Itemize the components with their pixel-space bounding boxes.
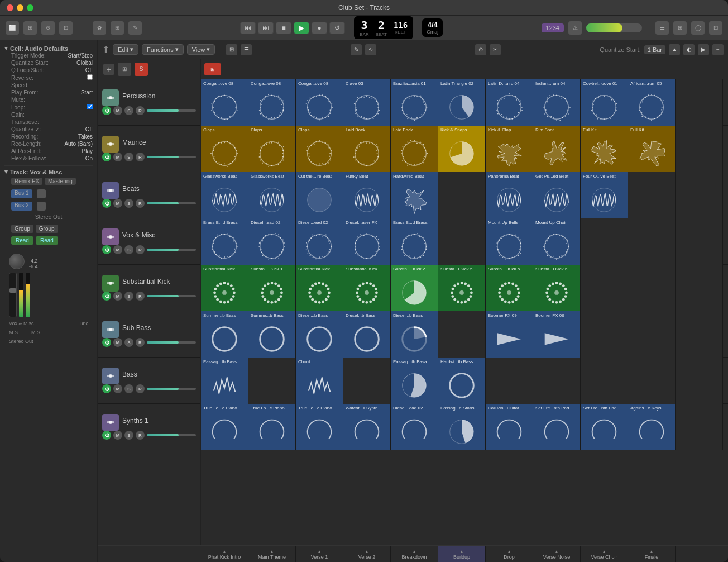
copy-btn[interactable]: ⊞ (118, 63, 131, 76)
clip-cell-sub-bass-8[interactable] (581, 311, 628, 358)
qloop-value[interactable]: Off (85, 67, 93, 73)
track-header-bass[interactable]: Bass ⏻ M S R (98, 358, 200, 404)
clip-cell-sub-bass-1[interactable]: Summe...b Bass (248, 311, 296, 358)
clip-cell-vox-misc-10[interactable] (676, 218, 723, 265)
clip-cell-sub-bass-6[interactable]: Boomer FX 09 (486, 311, 533, 358)
record-btn-sub-bass[interactable]: R (136, 338, 145, 347)
track-header-synths-1[interactable]: Synths 1 ⏻ M S R (98, 404, 200, 450)
scene-label-9[interactable]: ▲ Finale (628, 546, 676, 562)
record-btn-substantial-kick[interactable]: R (136, 292, 145, 301)
solo-btn-sub-bass[interactable]: S (124, 338, 133, 347)
reverse-checkbox[interactable] (87, 74, 93, 80)
clip-cell-substantial-kick-8[interactable] (581, 265, 628, 311)
clip-cell-vox-misc-2[interactable]: Diesel...ead 02 (296, 218, 343, 265)
clip-cell-percussion-10[interactable] (676, 79, 723, 126)
waveform-icon[interactable]: ∿ (365, 44, 376, 55)
share-btn[interactable]: ⊡ (709, 21, 722, 35)
functions-btn[interactable]: Functions ▾ (142, 44, 184, 55)
toolbar-icon-4[interactable]: ⊡ (59, 21, 73, 35)
clip-cell-vox-misc-4[interactable]: Brass B...d Brass (391, 218, 438, 265)
toolbar-icon-3[interactable]: ⊙ (41, 21, 55, 35)
clip-cell-vox-misc-1[interactable]: Diesel...ead 02 (248, 218, 296, 265)
bus2-btn[interactable]: Bus 2 (11, 202, 32, 211)
power-btn-maurice[interactable]: ⏻ (102, 153, 111, 161)
track-header-beats[interactable]: Beats ⏻ M S R (98, 172, 200, 218)
clip-cell-sub-bass-3[interactable]: Diesel...b Bass (343, 311, 391, 358)
solo-btn-maurice[interactable]: S (124, 153, 133, 161)
power-btn-percussion[interactable]: ⏻ (102, 106, 111, 115)
solo-btn-percussion[interactable]: S (124, 106, 133, 115)
group-btn2[interactable]: Group (36, 225, 58, 233)
clip-cell-substantial-kick-3[interactable]: Substantial Kick (343, 265, 391, 311)
clip-cell-beats-0[interactable]: Glassworks Beat (201, 172, 248, 218)
toolbar-icon-7[interactable]: ✎ (128, 21, 142, 35)
rec-length-value[interactable]: Auto (Bars) (64, 141, 93, 147)
volume-slider[interactable] (586, 23, 642, 32)
clip-cell-maurice-4[interactable]: Laid Back (391, 126, 438, 172)
clip-cell-sub-bass-9[interactable] (628, 311, 676, 358)
record-btn-bass[interactable]: R (136, 384, 145, 393)
search-btn[interactable]: ◯ (691, 21, 705, 35)
toolbar-icon-2[interactable]: ⊞ (23, 21, 37, 35)
clip-cell-vox-misc-7[interactable]: Mount Up Choir (533, 218, 581, 265)
clip-cell-synths-1-8[interactable]: Set Fre...nth Pad (581, 404, 628, 450)
clip-cell-bass-8[interactable] (581, 358, 628, 404)
mute-btn-bass[interactable]: M (113, 384, 122, 393)
add-track-btn[interactable]: + (103, 64, 114, 75)
quantize-val[interactable]: 1 Bar (644, 45, 665, 54)
solo-btn-bass[interactable]: S (124, 384, 133, 393)
scene-label-6[interactable]: ▲ Drop (486, 546, 533, 562)
record-btn-beats[interactable]: R (136, 199, 145, 208)
plugin1-btn[interactable]: Remix FX (11, 178, 42, 185)
mute-btn-substantial-kick[interactable]: M (113, 292, 122, 301)
scene-label-0[interactable]: ▲ Phat Kick Intro (201, 546, 248, 562)
clip-cell-vox-misc-6[interactable]: Mount Up Bells (486, 218, 533, 265)
power-btn-synths-1[interactable]: ⏻ (102, 431, 111, 440)
toolbar-icon-5[interactable]: ✿ (93, 21, 106, 35)
cut-icon[interactable]: ✂ (490, 44, 501, 55)
bus1-btn[interactable]: Bus 1 (11, 189, 32, 198)
clip-cell-sub-bass-2[interactable]: Diesel...b Bass (296, 311, 343, 358)
clip-cell-maurice-7[interactable]: Rim Shot (533, 126, 581, 172)
power-btn-substantial-kick[interactable]: ⏻ (102, 292, 111, 301)
toolbar-icon-6[interactable]: ⊞ (111, 21, 124, 35)
solo-btn-substantial-kick[interactable]: S (124, 292, 133, 301)
trigger-mode-value[interactable]: Start/Stop (68, 53, 93, 59)
clip-cell-substantial-kick-5[interactable]: Substa...l Kick 5 (438, 265, 486, 311)
scene-label-7[interactable]: ▲ Verse Noise (533, 546, 581, 562)
clip-cell-synths-1-1[interactable]: True Lo...c Piano (248, 404, 296, 450)
scene-launch-btn[interactable]: S (135, 63, 148, 76)
recording-value[interactable]: Takes (78, 134, 93, 140)
clip-cell-synths-1-2[interactable]: True Lo...c Piano (296, 404, 343, 450)
mute-btn-vox-misc[interactable]: M (113, 245, 122, 254)
track-header-maurice[interactable]: Maurice ⏻ M S R (98, 126, 200, 172)
scene-label-2[interactable]: ▲ Verse 1 (296, 546, 343, 562)
clip-cell-bass-7[interactable] (533, 358, 581, 404)
clip-cell-bass-4[interactable]: Passag...th Basa (391, 358, 438, 404)
solo-btn-vox-misc[interactable]: S (124, 245, 133, 254)
clip-cell-percussion-8[interactable]: Cowbel...oove 01 (581, 79, 628, 126)
clip-cell-maurice-3[interactable]: Laid Back (343, 126, 391, 172)
clip-cell-substantial-kick-0[interactable]: Substantial Kick (201, 265, 248, 311)
track-volume-sub-bass[interactable] (147, 341, 196, 344)
clip-cell-percussion-1[interactable]: Conga...ove 08 (248, 79, 296, 126)
clip-cell-synths-1-4[interactable]: Diesel...ead 02 (391, 404, 438, 450)
clip-cell-bass-2[interactable]: Chord (296, 358, 343, 404)
rewind-button[interactable]: ⏮ (240, 22, 256, 34)
track-volume-substantial-kick[interactable] (147, 295, 196, 297)
mute-btn-sub-bass[interactable]: M (113, 338, 122, 347)
pencil-icon[interactable]: ✎ (351, 44, 362, 55)
record-btn-percussion[interactable]: R (136, 106, 145, 115)
list-view-btn[interactable]: ☰ (655, 21, 669, 35)
clip-cell-substantial-kick-1[interactable]: Substa...l Kick 1 (248, 265, 296, 311)
group-btn[interactable]: Group (11, 225, 33, 233)
mute-btn-synths-1[interactable]: M (113, 431, 122, 440)
clip-cell-vox-misc-0[interactable]: Brass B...d Brass (201, 218, 248, 265)
master-label[interactable]: 1234 (542, 23, 564, 32)
clip-cell-vox-misc-9[interactable] (628, 218, 676, 265)
clip-cell-percussion-7[interactable]: Indian...rum 04 (533, 79, 581, 126)
clip-cell-beats-3[interactable]: Funky Beat (343, 172, 391, 218)
record-btn-synths-1[interactable]: R (136, 431, 145, 440)
track-volume-synths-1[interactable] (147, 434, 196, 436)
scene-label-5[interactable]: ▲ Buildup (438, 546, 486, 562)
